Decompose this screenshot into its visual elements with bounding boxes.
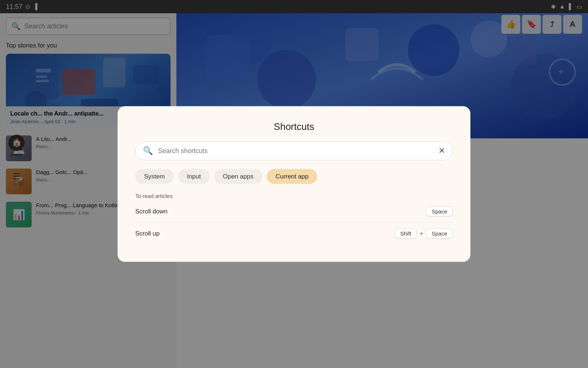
shortcut-section-title: To read articles xyxy=(135,193,453,199)
shortcuts-search-input[interactable] xyxy=(158,147,433,155)
tab-input[interactable]: Input xyxy=(178,169,210,184)
shortcuts-modal: Shortcuts 🔍 ✕ System Input Open apps Cur… xyxy=(118,106,470,262)
shortcut-section: To read articles Scroll down Space Scrol… xyxy=(135,193,453,244)
tab-system[interactable]: System xyxy=(135,169,174,184)
key-shift: Shift xyxy=(395,229,417,238)
key-space-1: Space xyxy=(426,206,453,216)
tab-current-app[interactable]: Current app xyxy=(267,169,318,184)
shortcut-keys-scroll-up: Shift + Space xyxy=(395,229,453,238)
key-space-2: Space xyxy=(426,229,453,238)
modal-title: Shortcuts xyxy=(135,121,453,132)
shortcut-keys-scroll-down: Space xyxy=(426,206,453,216)
shortcut-action-scroll-up: Scroll up xyxy=(135,230,159,237)
tab-open-apps[interactable]: Open apps xyxy=(214,169,262,184)
shortcuts-search-icon: 🔍 xyxy=(143,146,153,156)
tab-pills: System Input Open apps Current app xyxy=(135,169,453,184)
shortcut-row-scroll-up: Scroll up Shift + Space xyxy=(135,223,453,244)
shortcut-row-scroll-down: Scroll down Space xyxy=(135,201,453,223)
key-plus-icon: + xyxy=(420,230,423,237)
shortcuts-search-bar[interactable]: 🔍 ✕ xyxy=(135,141,453,160)
shortcut-action-scroll-down: Scroll down xyxy=(135,208,168,215)
shortcuts-search-clear-icon[interactable]: ✕ xyxy=(438,146,445,156)
